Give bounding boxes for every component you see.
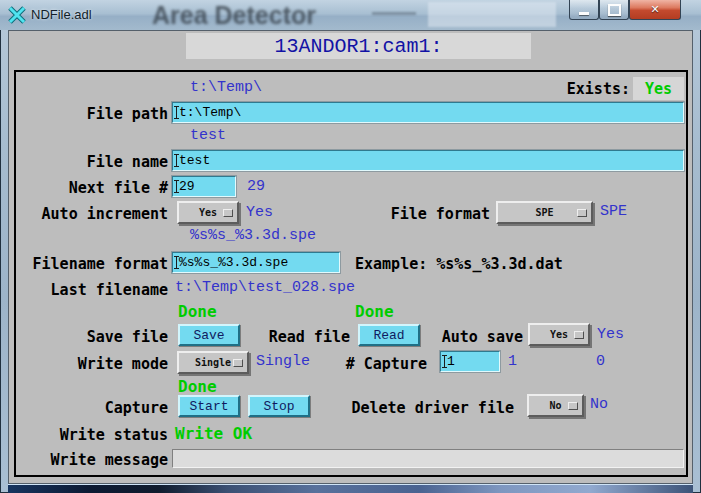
filename-format-readback: %s%s_%3.3d.spe: [190, 227, 316, 244]
file-path-input-value: t:\Temp\: [179, 105, 241, 120]
capture-stop-button[interactable]: Stop: [248, 395, 310, 417]
minimize-button[interactable]: [569, 0, 599, 20]
read-button[interactable]: Read: [358, 324, 420, 346]
delete-driver-file-readback: No: [590, 396, 608, 413]
filename-format-input-value: %s%s_%3.3d.spe: [179, 255, 288, 270]
file-format-label: File format: [391, 205, 490, 223]
dropdown-indicator-icon: [233, 359, 243, 367]
bottom-frame-strip: [8, 484, 693, 493]
auto-increment-readback: Yes: [246, 204, 273, 221]
text-caret: [444, 355, 445, 368]
auto-save-label: Auto save: [442, 328, 523, 346]
capture-start-button[interactable]: Start: [178, 395, 240, 417]
auto-save-selected: Yes: [550, 329, 568, 340]
save-button[interactable]: Save: [178, 324, 240, 346]
text-caret: [176, 154, 177, 167]
auto-increment-selected: Yes: [199, 207, 217, 218]
num-capture-input[interactable]: 1: [440, 351, 500, 372]
write-status-value: Write OK: [175, 424, 252, 443]
dropdown-indicator-icon: [574, 331, 584, 339]
write-mode-selected: Single: [195, 357, 231, 368]
delete-driver-file-label: Delete driver file: [351, 399, 514, 417]
file-path-input[interactable]: t:\Temp\: [172, 102, 684, 123]
text-caret: [176, 180, 177, 193]
medm-x-icon: [8, 6, 26, 24]
write-mode-menu[interactable]: Single: [177, 351, 249, 374]
last-filename-label: Last filename: [51, 281, 168, 299]
close-icon: ✕: [650, 3, 659, 16]
next-file-input[interactable]: 29: [172, 176, 236, 197]
maximize-icon: [608, 4, 621, 16]
delete-driver-file-selected: No: [549, 400, 561, 411]
save-file-status: Done: [178, 302, 217, 321]
next-file-label: Next file #: [69, 179, 168, 197]
pv-prefix-title: 13ANDOR1:cam1:: [274, 35, 442, 58]
background-window-ghost-title: Area Detector: [152, 1, 402, 30]
file-name-input-value: test: [179, 153, 210, 168]
file-format-selected: SPE: [535, 207, 553, 218]
capture-label: Capture: [105, 399, 168, 417]
write-mode-readback: Single: [256, 353, 310, 370]
num-capture-label: # Capture: [346, 355, 427, 373]
auto-save-readback: Yes: [597, 326, 624, 343]
last-filename-readback: t:\Temp\test_028.spe: [175, 279, 355, 296]
read-file-label: Read file: [269, 328, 350, 346]
filename-format-input[interactable]: %s%s_%3.3d.spe: [172, 252, 340, 273]
write-mode-label: Write mode: [78, 355, 168, 373]
write-status-label: Write status: [60, 426, 168, 444]
pv-header-box: 13ANDOR1:cam1:: [186, 33, 531, 59]
file-path-label: File path: [87, 105, 168, 123]
dropdown-indicator-icon: [223, 209, 233, 217]
dropdown-indicator-icon: [577, 209, 587, 217]
file-name-label: File name: [87, 153, 168, 171]
exists-label: Exists:: [567, 80, 630, 98]
close-button[interactable]: ✕: [629, 0, 681, 20]
minimize-icon: [579, 12, 589, 15]
write-message-field: [172, 449, 684, 468]
save-file-label: Save file: [87, 328, 168, 346]
filename-format-example: Example: %s%s_%3.3d.dat: [355, 255, 563, 273]
num-capture-readback: 1: [508, 353, 517, 370]
num-captured-readback: 0: [596, 353, 605, 370]
background-window-ghost-dash: [372, 12, 416, 15]
file-name-input[interactable]: test: [172, 150, 684, 171]
exists-status-badge: Yes: [633, 77, 684, 100]
next-file-readback: 29: [247, 178, 265, 195]
filename-format-label: Filename format: [33, 255, 168, 273]
background-window-ghost-pane: [428, 2, 556, 27]
maximize-button[interactable]: [599, 0, 629, 20]
ndfile-window: Area Detector NDFile.adl ✕ 13ANDOR1:cam1…: [0, 0, 701, 493]
write-message-label: Write message: [51, 451, 168, 469]
num-capture-input-value: 1: [447, 354, 455, 369]
auto-increment-menu[interactable]: Yes: [177, 201, 239, 224]
capture-status: Done: [178, 377, 217, 396]
file-format-menu[interactable]: SPE: [496, 201, 593, 224]
file-format-readback: SPE: [600, 203, 627, 220]
text-caret: [176, 106, 177, 119]
auto-save-menu[interactable]: Yes: [528, 323, 590, 346]
file-name-readback: test: [190, 127, 226, 144]
next-file-input-value: 29: [179, 179, 195, 194]
text-caret: [176, 256, 177, 269]
read-file-status: Done: [355, 302, 394, 321]
titlebar[interactable]: Area Detector NDFile.adl ✕: [0, 0, 701, 30]
window-title: NDFile.adl: [31, 7, 92, 22]
delete-driver-file-menu[interactable]: No: [527, 394, 584, 417]
auto-increment-label: Auto increment: [42, 205, 168, 223]
dropdown-indicator-icon: [568, 402, 578, 410]
file-path-readback: t:\Temp\: [190, 79, 262, 96]
